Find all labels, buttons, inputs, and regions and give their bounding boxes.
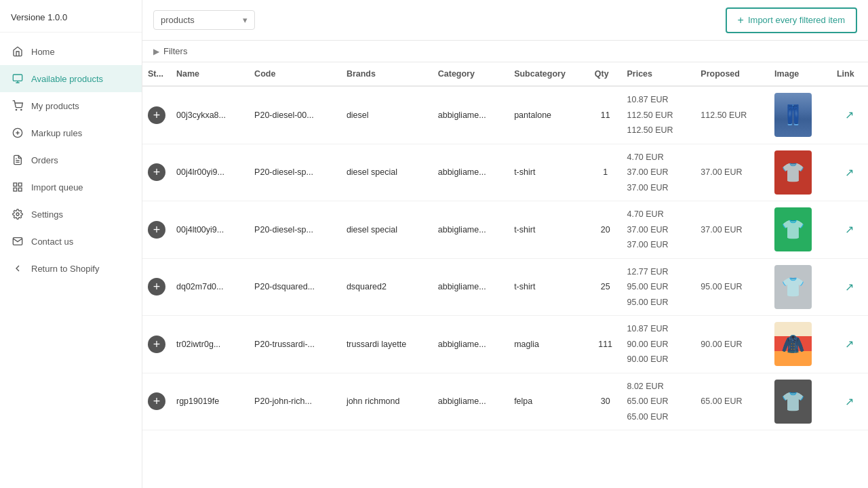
sidebar-item-orders[interactable]: Orders: [0, 146, 142, 174]
product-image-4: 🧥: [774, 322, 812, 366]
cell-qty-5: 30: [589, 373, 622, 430]
import-filtered-button[interactable]: + Import every filtered item: [726, 7, 857, 33]
cell-link-4[interactable]: ↗: [831, 316, 868, 373]
cell-add-0[interactable]: +: [142, 86, 171, 144]
add-product-button[interactable]: +: [148, 392, 165, 410]
products-dropdown[interactable]: products ▾: [153, 10, 255, 30]
table-row: + 00j3cykxa8... P20-diesel-00... diesel …: [142, 86, 868, 144]
add-product-button[interactable]: +: [148, 221, 165, 239]
products-table: St... Name Code Brands Category Subcateg…: [142, 62, 868, 430]
sidebar-item-available-products[interactable]: Available products: [0, 65, 142, 92]
product-link-1[interactable]: ↗: [845, 167, 854, 178]
product-image-icon-5: 👕: [781, 390, 805, 413]
cell-link-1[interactable]: ↗: [831, 144, 868, 201]
settings-icon: [11, 207, 24, 221]
plus-icon: +: [738, 14, 744, 26]
cell-name-1: 00j4lr00yi9...: [171, 144, 249, 201]
sidebar-item-markup-rules[interactable]: Markup rules: [0, 119, 142, 146]
sidebar-item-my-products[interactable]: My products: [0, 92, 142, 119]
cell-proposed-1: 37.00 EUR: [695, 144, 769, 201]
add-product-button[interactable]: +: [148, 336, 165, 353]
cell-category-3: abbigliame...: [433, 258, 509, 316]
cell-link-2[interactable]: ↗: [831, 201, 868, 259]
cell-brand-0: diesel: [341, 86, 433, 144]
cell-category-5: abbigliame...: [433, 373, 509, 430]
sidebar-item-import-queue[interactable]: Import queue: [0, 174, 142, 201]
col-qty: Qty: [589, 62, 622, 86]
sidebar-item-available-products-label: Available products: [31, 74, 103, 84]
add-product-button[interactable]: +: [148, 106, 165, 124]
cell-qty-4: 111: [589, 316, 622, 373]
cell-add-1[interactable]: +: [142, 144, 171, 201]
cell-proposed-3: 95.00 EUR: [695, 258, 769, 316]
product-image-1: 👕: [774, 150, 812, 195]
sidebar-item-import-queue-label: Import queue: [31, 182, 83, 192]
orders-icon: [11, 153, 24, 167]
product-image-icon-3: 👕: [781, 276, 805, 298]
cell-image-5: 👕: [769, 373, 831, 430]
chevron-down-icon: ▾: [243, 15, 248, 25]
cell-qty-2: 20: [589, 201, 622, 259]
cell-add-2[interactable]: +: [142, 201, 171, 259]
col-image: Image: [769, 62, 831, 86]
cell-qty-0: 11: [589, 86, 622, 144]
col-proposed: Proposed: [695, 62, 769, 86]
cell-code-3: P20-dsquared...: [249, 258, 341, 316]
filters-bar[interactable]: ▶ Filters: [142, 41, 868, 62]
cell-category-0: abbigliame...: [433, 86, 509, 144]
cell-link-5[interactable]: ↗: [831, 373, 868, 430]
cell-qty-3: 25: [589, 258, 622, 316]
product-image-icon-2: 👕: [781, 218, 805, 241]
sidebar-item-contact-us-label: Contact us: [31, 237, 73, 247]
money-icon: [11, 126, 24, 140]
cell-prices-4: 10.87 EUR90.00 EUR90.00 EUR: [621, 316, 695, 373]
cart-icon: [11, 99, 24, 113]
cell-code-1: P20-diesel-sp...: [249, 144, 341, 201]
top-bar: products ▾ + Import every filtered item: [142, 0, 868, 41]
svg-rect-9: [18, 183, 22, 186]
cell-link-3[interactable]: ↗: [831, 258, 868, 316]
import-btn-label: Import every filtered item: [748, 15, 845, 25]
product-link-5[interactable]: ↗: [845, 396, 854, 407]
cell-category-1: abbigliame...: [433, 144, 509, 201]
cell-link-0[interactable]: ↗: [831, 86, 868, 144]
col-name: Name: [171, 62, 249, 86]
filters-label: Filters: [163, 46, 187, 56]
cell-prices-5: 8.02 EUR65.00 EUR65.00 EUR: [621, 373, 695, 430]
sidebar-item-orders-label: Orders: [31, 155, 58, 165]
product-link-4[interactable]: ↗: [845, 338, 854, 350]
product-link-0[interactable]: ↗: [845, 109, 854, 121]
cell-add-5[interactable]: +: [142, 373, 171, 430]
col-category: Category: [433, 62, 509, 86]
cell-brand-3: dsquared2: [341, 258, 433, 316]
cell-image-4: 🧥: [769, 316, 831, 373]
col-prices: Prices: [621, 62, 695, 86]
sidebar-item-contact-us[interactable]: Contact us: [0, 228, 142, 255]
product-image-2: 👕: [774, 207, 812, 251]
sidebar-item-home[interactable]: Home: [0, 38, 142, 65]
cell-brand-1: diesel special: [341, 144, 433, 201]
cell-subcategory-4: maglia: [509, 316, 589, 373]
cell-qty-1: 1: [589, 144, 622, 201]
cell-add-4[interactable]: +: [142, 316, 171, 373]
cell-brand-2: diesel special: [341, 201, 433, 259]
cell-image-1: 👕: [769, 144, 831, 201]
product-link-2[interactable]: ↗: [845, 224, 854, 235]
add-product-button[interactable]: +: [148, 163, 165, 181]
cell-category-4: abbigliame...: [433, 316, 509, 373]
col-subcategory: Subcategory: [509, 62, 589, 86]
cell-subcategory-0: pantalone: [509, 86, 589, 144]
cell-name-5: rgp19019fe: [171, 373, 249, 430]
sidebar-item-return-shopify[interactable]: Return to Shopify: [0, 255, 142, 282]
table-row: + rgp19019fe P20-john-rich... john richm…: [142, 373, 868, 430]
cell-add-3[interactable]: +: [142, 258, 171, 316]
cell-proposed-5: 65.00 EUR: [695, 373, 769, 430]
svg-point-12: [16, 213, 19, 216]
product-image-5: 👕: [774, 380, 812, 424]
cell-prices-0: 10.87 EUR112.50 EUR112.50 EUR: [621, 86, 695, 144]
product-link-3[interactable]: ↗: [845, 281, 854, 293]
cell-code-5: P20-john-rich...: [249, 373, 341, 430]
add-product-button[interactable]: +: [148, 278, 165, 296]
cell-subcategory-5: felpa: [509, 373, 589, 430]
sidebar-item-settings[interactable]: Settings: [0, 201, 142, 228]
